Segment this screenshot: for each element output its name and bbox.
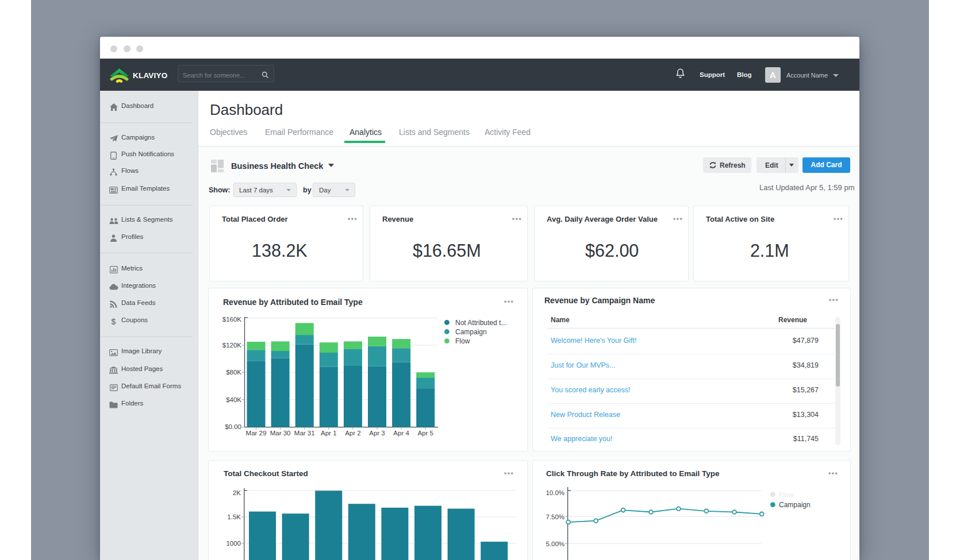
svg-text:$: $ xyxy=(112,317,116,326)
svg-text:$160K: $160K xyxy=(222,316,242,323)
svg-text:$120K: $120K xyxy=(222,342,242,349)
svg-text:Apr 5: Apr 5 xyxy=(417,430,433,437)
svg-text:Apr 3: Apr 3 xyxy=(369,430,385,437)
svg-text:7.50%: 7.50% xyxy=(546,513,565,520)
svg-text:Flow: Flow xyxy=(779,491,794,499)
svg-text:Apr 1: Apr 1 xyxy=(321,430,337,437)
svg-text:Flow: Flow xyxy=(455,337,470,345)
svg-text:$0.00: $0.00 xyxy=(225,423,241,430)
svg-text:Campaign: Campaign xyxy=(455,328,487,336)
svg-text:Mar 31: Mar 31 xyxy=(294,430,315,437)
svg-text:1.5K: 1.5K xyxy=(227,513,241,520)
svg-text:$40K: $40K xyxy=(226,396,241,403)
svg-text:2K: 2K xyxy=(233,489,241,496)
svg-text:Apr 4: Apr 4 xyxy=(393,430,409,437)
svg-text:$80K: $80K xyxy=(226,369,241,376)
svg-text:Not Attributed t...: Not Attributed t... xyxy=(455,319,506,327)
svg-text:Mar 29: Mar 29 xyxy=(246,430,267,437)
svg-text:Mar 30: Mar 30 xyxy=(270,430,291,437)
svg-text:10.0%: 10.0% xyxy=(546,489,565,496)
svg-text:5.00%: 5.00% xyxy=(546,540,565,547)
svg-text:1000: 1000 xyxy=(226,540,241,547)
svg-text:Apr 2: Apr 2 xyxy=(345,430,361,437)
svg-text:Campaign: Campaign xyxy=(779,501,811,509)
